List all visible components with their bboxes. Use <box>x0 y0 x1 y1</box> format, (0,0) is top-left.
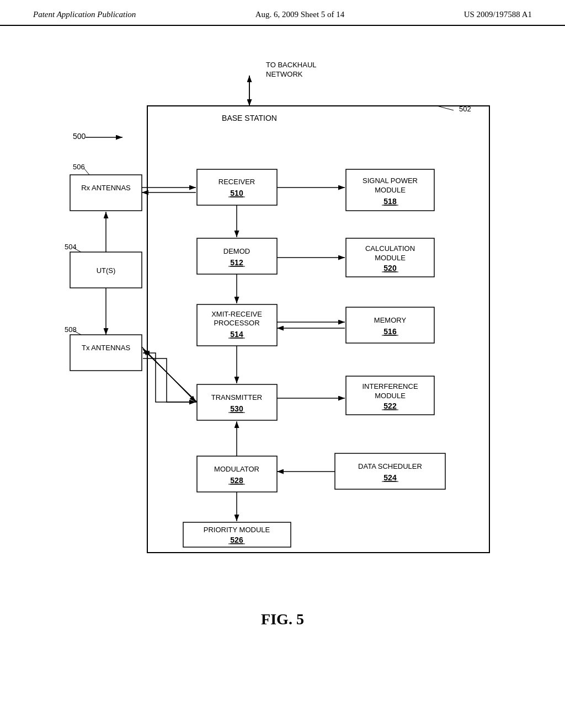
calc-module-number: 520 <box>383 264 397 272</box>
xmit-processor-label2: PROCESSOR <box>214 319 259 327</box>
diagram-number-500: 500 <box>73 132 86 141</box>
transmitter-box <box>197 384 277 420</box>
header-publication-type: Patent Application Publication <box>33 10 136 19</box>
tx-antennas-box <box>70 335 142 371</box>
patent-diagram: TO BACKHAUL NETWORK 500 BASE STATION 502… <box>34 42 531 583</box>
label-504: 504 <box>65 243 77 251</box>
page-header: Patent Application Publication Aug. 6, 2… <box>0 0 565 26</box>
backhaul-label: TO BACKHAUL <box>266 61 317 69</box>
label-508: 508 <box>65 325 77 334</box>
priority-module-label: PRIORITY MODULE <box>204 526 270 534</box>
priority-module-number: 526 <box>230 536 243 544</box>
receiver-number: 510 <box>230 189 243 197</box>
demod-box <box>197 238 277 274</box>
xmit-processor-label1: XMIT-RECEIVE <box>211 310 262 318</box>
svg-line-17 <box>143 347 197 399</box>
signal-power-number: 518 <box>383 197 397 206</box>
svg-line-5 <box>84 168 89 175</box>
label-506: 506 <box>73 163 85 171</box>
signal-power-label2: MODULE <box>375 186 406 194</box>
xmit-processor-number: 514 <box>230 330 243 339</box>
demod-label: DEMOD <box>223 247 250 255</box>
memory-box <box>346 307 434 343</box>
rx-antennas-box <box>70 175 142 211</box>
base-station-label: BASE STATION <box>222 114 277 122</box>
memory-label: MEMORY <box>374 316 407 324</box>
receiver-label: RECEIVER <box>218 178 255 186</box>
rx-antennas-label: Rx ANTENNAS <box>81 184 131 192</box>
data-scheduler-label: DATA SCHEDULER <box>358 462 422 470</box>
memory-number: 516 <box>383 327 397 336</box>
header-patent-number: US 2009/197588 A1 <box>464 10 532 19</box>
svg-line-16 <box>143 349 197 402</box>
signal-power-label1: SIGNAL POWER <box>363 176 418 185</box>
receiver-box <box>197 169 277 205</box>
backhaul-label2: NETWORK <box>266 70 303 78</box>
svg-line-4 <box>437 106 454 110</box>
header-date-sheet: Aug. 6, 2009 Sheet 5 of 14 <box>255 10 345 19</box>
interference-number: 522 <box>383 402 397 410</box>
diagram-area: TO BACKHAUL NETWORK 500 BASE STATION 502… <box>0 31 565 594</box>
interference-label1: INTERFERENCE <box>362 382 418 390</box>
uts-label: UT(S) <box>97 266 116 275</box>
modulator-label: MODULATOR <box>214 465 259 473</box>
label-502: 502 <box>459 105 471 113</box>
modulator-box <box>197 456 277 492</box>
interference-label2: MODULE <box>375 392 406 400</box>
base-station-box <box>147 106 489 553</box>
figure-label: FIG. 5 <box>0 611 565 645</box>
demod-number: 512 <box>230 258 243 267</box>
modulator-number: 528 <box>230 476 243 485</box>
transmitter-label: TRANSMITTER <box>211 393 262 402</box>
data-scheduler-number: 524 <box>383 473 397 482</box>
data-scheduler-box <box>335 453 445 489</box>
transmitter-number: 530 <box>230 404 243 413</box>
tx-antennas-label: Tx ANTENNAS <box>82 344 130 352</box>
calc-module-label2: MODULE <box>375 254 406 262</box>
calc-module-label1: CALCULATION <box>365 244 415 253</box>
